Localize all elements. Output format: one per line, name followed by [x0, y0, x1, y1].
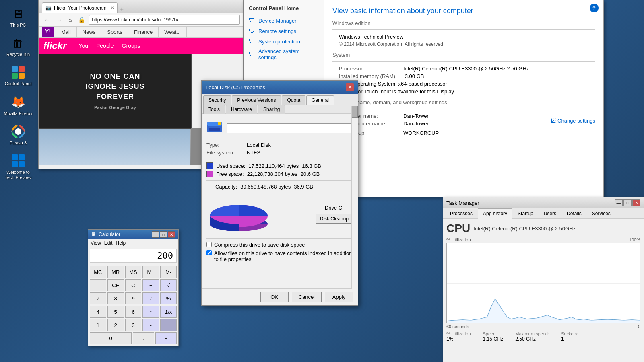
calc-9-button[interactable]: 9 — [125, 292, 142, 304]
calc-7-button[interactable]: 7 — [90, 292, 106, 304]
tab-security[interactable]: Security — [203, 95, 231, 105]
tm-close-button[interactable]: ✕ — [632, 199, 640, 206]
ram-label: Installed memory (RAM): — [339, 73, 397, 79]
help-button[interactable]: ? — [590, 4, 599, 12]
index-checkbox[interactable] — [206, 250, 212, 255]
tab-close-button[interactable]: ✕ — [111, 6, 114, 10]
dialog-close-button[interactable]: ✕ — [346, 83, 354, 91]
calc-2-button[interactable]: 2 — [107, 319, 124, 331]
tab-details[interactable]: Details — [561, 208, 587, 218]
calc-subtract-button[interactable]: - — [142, 319, 159, 331]
max-speed-stat-label: Maximum speed: — [515, 331, 549, 336]
tab-startup[interactable]: Startup — [512, 208, 539, 218]
nav-sports[interactable]: Sports — [101, 27, 128, 37]
dialog-tabs: Security Previous Versions Quota General… — [202, 94, 358, 114]
home-button[interactable]: ⌂ — [66, 15, 74, 24]
time-label: 60 seconds — [446, 324, 469, 329]
lock-icon: 🔒 — [76, 15, 87, 24]
address-bar[interactable] — [89, 15, 240, 25]
calc-8-button[interactable]: 8 — [107, 292, 124, 304]
max-speed-stat-value: 2.50 GHz — [515, 336, 536, 342]
calc-sqrt-button[interactable]: √ — [160, 279, 177, 291]
advanced-settings-link[interactable]: 🛡 Advanced system settings — [249, 47, 319, 62]
calc-reciprocal-button[interactable]: 1/x — [160, 306, 177, 318]
calc-mplus-button[interactable]: M+ — [142, 266, 159, 278]
disk-name-input[interactable] — [227, 123, 353, 133]
nav-news[interactable]: News — [77, 27, 102, 37]
cancel-button[interactable]: Cancel — [292, 292, 322, 302]
calc-mr-button[interactable]: MR — [107, 266, 124, 278]
tab-previous-versions[interactable]: Previous Versions — [232, 95, 281, 105]
calculator-display: 200 — [90, 249, 177, 263]
ok-button[interactable]: OK — [260, 292, 289, 302]
tab-quota[interactable]: Quota — [282, 95, 305, 105]
disk-cleanup-button[interactable]: Disk Cleanup — [316, 214, 353, 224]
sidebar-item-picasa[interactable]: Picasa 3 — [2, 122, 34, 147]
tab-sharing[interactable]: Sharing — [258, 105, 285, 114]
sidebar-item-this-pc[interactable]: 🖥 This PC — [2, 4, 34, 29]
tab-services[interactable]: Services — [587, 208, 616, 218]
calc-1-button[interactable]: 1 — [90, 319, 106, 331]
nav-mail[interactable]: Mail — [56, 27, 77, 37]
calc-backspace-button[interactable]: ← — [90, 279, 106, 291]
calc-menu-help[interactable]: Help — [116, 240, 126, 246]
calc-c-button[interactable]: C — [125, 279, 142, 291]
sidebar-item-recycle-bin[interactable]: 🗑 Recycle Bin — [2, 33, 34, 59]
tm-minimize-button[interactable]: — — [615, 199, 623, 206]
tm-maximize-button[interactable]: □ — [623, 199, 632, 206]
tab-general[interactable]: General — [306, 95, 334, 105]
calc-sign-button[interactable]: ± — [142, 279, 159, 291]
sidebar-item-firefox[interactable]: 🦊 Mozilla Firefox — [2, 93, 34, 118]
processor-value: Intel(R) Celeron(R) CPU E3300 @ 2.50GHz … — [403, 66, 529, 72]
calc-divide-button[interactable]: / — [142, 292, 159, 304]
tab-processes[interactable]: Processes — [445, 208, 478, 218]
change-settings-button[interactable]: 🖼 Change settings — [551, 118, 595, 124]
dialog-scrollbar[interactable] — [351, 106, 358, 289]
pie-chart-area: Drive C: Disk Cleanup — [206, 194, 353, 234]
calc-3-button[interactable]: 3 — [125, 319, 142, 331]
calc-menu-view[interactable]: View — [91, 240, 101, 246]
calc-0-button[interactable]: 0 — [90, 332, 132, 344]
forward-button[interactable]: → — [54, 15, 64, 24]
calc-5-button[interactable]: 5 — [107, 306, 124, 318]
calc-4-button[interactable]: 4 — [90, 306, 106, 318]
back-button[interactable]: ← — [42, 15, 52, 24]
calc-maximize-button[interactable]: □ — [160, 231, 167, 238]
calc-minimize-button[interactable]: — — [152, 231, 159, 238]
tab-tools[interactable]: Tools — [203, 105, 225, 114]
control-panel-home-link[interactable]: Control Panel Home — [249, 5, 319, 11]
calc-menu-edit[interactable]: Edit — [104, 240, 113, 246]
sidebar-item-welcome[interactable]: Welcome to Tech Preview — [2, 151, 34, 182]
scrollbar-thumb[interactable] — [352, 106, 358, 118]
nav-weather[interactable]: Weat... — [159, 27, 187, 37]
sidebar-item-control-panel[interactable]: Control Panel — [2, 63, 34, 88]
tab-hardware[interactable]: Hardware — [226, 105, 257, 114]
calc-decimal-button[interactable]: . — [133, 332, 154, 344]
calc-mminus-button[interactable]: M- — [160, 266, 177, 278]
tab-performance[interactable]: App history — [478, 208, 512, 219]
apply-button[interactable]: Apply — [325, 292, 353, 302]
calc-multiply-button[interactable]: * — [142, 306, 159, 318]
calc-mc-button[interactable]: MC — [90, 266, 106, 278]
calc-ms-button[interactable]: MS — [125, 266, 142, 278]
calc-percent-button[interactable]: % — [160, 292, 177, 304]
tab-users[interactable]: Users — [539, 208, 561, 218]
compress-checkbox[interactable] — [206, 242, 212, 247]
system-protection-link[interactable]: 🛡 System protection — [249, 36, 319, 47]
calc-close-button[interactable]: ✕ — [168, 231, 175, 238]
tab-favicon: 📷 — [45, 5, 52, 11]
filesystem-row: File system: NTFS — [206, 150, 353, 156]
calc-equals-button[interactable]: = — [160, 319, 177, 331]
flickr-nav-people[interactable]: People — [96, 43, 114, 49]
calc-add-button[interactable]: + — [155, 332, 177, 344]
remote-settings-link[interactable]: 🛡 Remote settings — [249, 26, 319, 36]
flickr-nav-you[interactable]: You — [78, 43, 88, 49]
index-checkbox-row: Allow files on this drive to have conten… — [206, 250, 353, 262]
new-tab-button[interactable]: + — [118, 6, 125, 13]
flickr-nav-groups[interactable]: Groups — [122, 43, 140, 49]
browser-tab[interactable]: 📷 Flickr: Your Photostream ✕ — [42, 2, 118, 13]
nav-finance[interactable]: Finance — [128, 27, 159, 37]
calc-6-button[interactable]: 6 — [125, 306, 142, 318]
device-manager-link[interactable]: 🛡 Device Manager — [249, 15, 319, 26]
calc-ce-button[interactable]: CE — [107, 279, 124, 291]
